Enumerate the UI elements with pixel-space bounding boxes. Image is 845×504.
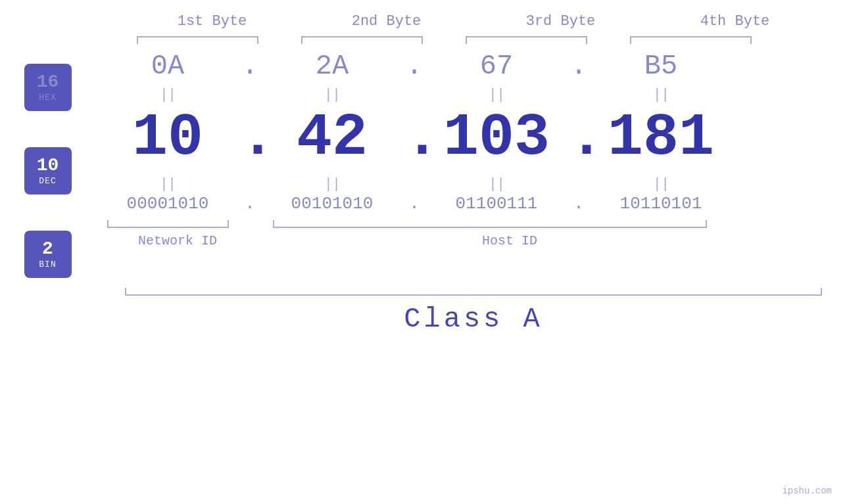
badges-column: 16 HEX 10 DEC 2 BIN: [0, 51, 95, 278]
dot-hex-2: .: [404, 51, 424, 82]
equals-row-2: || || || ||: [95, 176, 819, 193]
hex-row: 0A . 2A . 67 . B5: [95, 51, 819, 82]
bracket-network: [95, 220, 240, 228]
main-container: 1st Byte 2nd Byte 3rd Byte 4th Byte 16 H…: [0, 0, 845, 504]
eq1-b2: ||: [260, 87, 404, 103]
bracket-b3: [454, 36, 598, 44]
bin-b4: 10110101: [589, 194, 733, 214]
id-labels: Network ID Host ID: [95, 233, 819, 248]
dec-badge: 10 DEC: [24, 147, 72, 195]
top-brackets: [125, 36, 822, 44]
hex-b3: 67: [424, 51, 569, 82]
host-id-label: Host ID: [279, 233, 740, 248]
equals-row-1: || || || ||: [95, 87, 819, 103]
eq2-b4: ||: [589, 176, 733, 193]
dec-row: 10 . 42 . 103 . 181: [95, 104, 819, 172]
eq2-b3: ||: [424, 176, 569, 193]
bracket-host: [260, 220, 720, 228]
hex-b2: 2A: [260, 51, 404, 82]
bracket-b4: [618, 36, 763, 44]
bracket-b2: [289, 36, 434, 44]
hex-b1: 0A: [95, 51, 240, 82]
byte4-label: 4th Byte: [653, 13, 817, 30]
main-content: 16 HEX 10 DEC 2 BIN 0A . 2A . 67 . B5: [0, 51, 845, 278]
bracket-b1: [125, 36, 270, 44]
bin-b3: 01100111: [424, 194, 569, 214]
eq1-b1: ||: [95, 87, 240, 103]
dot-dec-3: .: [569, 104, 589, 172]
dot-dec-2: .: [404, 104, 424, 172]
byte2-label: 2nd Byte: [304, 13, 469, 30]
eq1-b3: ||: [424, 87, 569, 103]
byte1-label: 1st Byte: [130, 13, 295, 30]
dec-b3: 103: [424, 104, 569, 172]
values-grid: 0A . 2A . 67 . B5 || || || || 10: [95, 51, 845, 278]
dot-hex-3: .: [569, 51, 589, 82]
bin-b2: 00101010: [260, 194, 404, 214]
class-label: Class A: [404, 304, 543, 335]
dec-b1: 10: [95, 104, 240, 172]
bin-row: 00001010 . 00101010 . 01100111 . 1011010…: [95, 194, 819, 214]
bin-b1: 00001010: [95, 194, 240, 214]
class-section: Class A: [125, 288, 822, 335]
byte3-label: 3rd Byte: [479, 13, 643, 30]
dec-b2: 42: [260, 104, 404, 172]
dec-b4: 181: [589, 104, 733, 172]
dot-hex-1: .: [240, 51, 260, 82]
bottom-brackets: [95, 220, 819, 228]
eq2-b2: ||: [260, 176, 404, 193]
watermark: ipshu.com: [782, 486, 832, 496]
dot-bin-3: .: [569, 194, 589, 214]
eq1-b4: ||: [589, 87, 733, 103]
network-id-label: Network ID: [95, 233, 260, 248]
dot-dec-1: .: [240, 104, 260, 172]
bin-badge: 2 BIN: [24, 231, 72, 278]
byte-labels-row: 1st Byte 2nd Byte 3rd Byte 4th Byte: [125, 13, 822, 30]
class-bracket: [125, 288, 822, 296]
hex-b4: B5: [589, 51, 733, 82]
eq2-b1: ||: [95, 176, 240, 193]
hex-badge: 16 HEX: [24, 64, 72, 111]
dot-bin-1: .: [240, 194, 260, 214]
dot-bin-2: .: [404, 194, 424, 214]
